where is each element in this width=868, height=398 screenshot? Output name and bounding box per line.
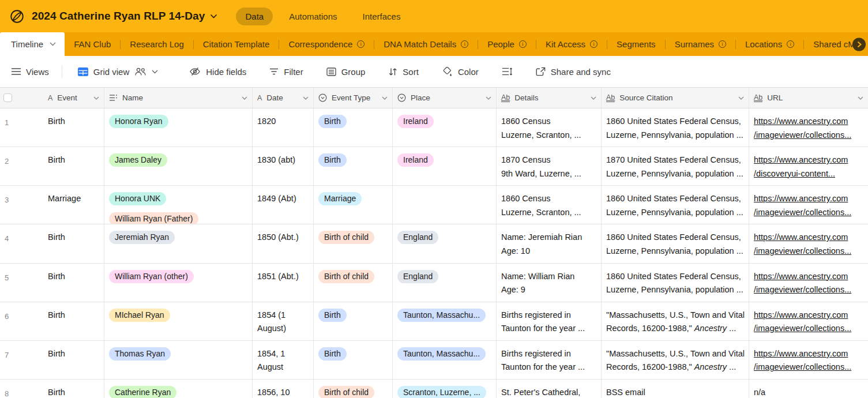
- cell-details[interactable]: 1870 Census9th Ward, Luzerne, ...: [496, 147, 601, 185]
- cell-name[interactable]: William Ryan (other): [104, 264, 252, 302]
- cell-details[interactable]: 1860 CensusLuzerne, Scranton, ...: [496, 186, 601, 224]
- url-link[interactable]: /imageviewer/collections...: [754, 129, 863, 142]
- view-tab-kit-access[interactable]: Kit Accessi: [536, 32, 607, 56]
- chevron-down-icon[interactable]: [50, 42, 56, 46]
- cell-url[interactable]: https://www.ancestry.com/imageviewer/col…: [749, 224, 868, 262]
- cell-date[interactable]: 1854 (1August): [252, 302, 313, 340]
- info-icon[interactable]: i: [357, 40, 365, 48]
- cell-event-type[interactable]: Birth: [313, 108, 392, 147]
- cell-event-type[interactable]: Birth of child: [313, 224, 392, 262]
- grid-view-button[interactable]: Grid view: [70, 63, 167, 81]
- cell-place[interactable]: England: [392, 224, 496, 262]
- url-link[interactable]: https://www.ancestry.com: [754, 115, 863, 129]
- cell-date[interactable]: 1850 (Abt.): [252, 224, 313, 262]
- app-nav-interfaces[interactable]: Interfaces: [354, 7, 410, 25]
- cell-source-citation[interactable]: 1860 United States Federal Census,Luzern…: [601, 108, 749, 147]
- cell-event-type[interactable]: Birth: [313, 341, 392, 379]
- url-link[interactable]: https://www.ancestry.com: [754, 270, 863, 284]
- column-chevron-down-icon[interactable]: [486, 96, 491, 100]
- filter-button[interactable]: Filter: [261, 63, 311, 81]
- row-number-cell[interactable]: 7: [0, 341, 46, 379]
- cell-details[interactable]: Births registered inTaunton for the year…: [496, 302, 601, 340]
- cell-name[interactable]: Thomas Ryan: [104, 341, 252, 379]
- column-header-url[interactable]: AbURL: [749, 88, 868, 108]
- app-nav-automations[interactable]: Automations: [280, 7, 346, 25]
- cell-place[interactable]: Taunton, Massachu...: [392, 341, 496, 379]
- cell-date[interactable]: 1849 (Abt): [252, 186, 313, 224]
- cell-source-citation[interactable]: 1860 United States Federal Census,Luzern…: [601, 224, 749, 262]
- cell-event-type[interactable]: Birth: [313, 147, 392, 185]
- column-header-name[interactable]: Name: [104, 88, 252, 108]
- cell-details[interactable]: St. Peter's Cathedral,: [496, 380, 601, 398]
- base-title-chevron-down-icon[interactable]: [210, 14, 217, 18]
- url-link[interactable]: https://www.ancestry.com: [754, 309, 863, 322]
- cell-source-citation[interactable]: 1860 United States Federal Census,Luzern…: [601, 186, 749, 224]
- column-chevron-down-icon[interactable]: [858, 96, 863, 100]
- column-chevron-down-icon[interactable]: [738, 96, 744, 100]
- tab-scroll-right-button[interactable]: [852, 37, 866, 51]
- cell-date[interactable]: 1854, 1August: [252, 341, 313, 379]
- info-icon[interactable]: i: [787, 40, 794, 48]
- cell-event-type[interactable]: Birth of child: [313, 380, 392, 398]
- column-header-event-type[interactable]: Event Type: [313, 88, 392, 108]
- row-number-cell[interactable]: 3: [0, 186, 46, 224]
- hide-fields-button[interactable]: Hide fields: [181, 63, 254, 81]
- cell-details[interactable]: Name: Jeremiah RianAge: 10: [496, 224, 601, 262]
- url-link[interactable]: https://www.ancestry.com: [754, 153, 863, 167]
- row-number-cell[interactable]: 1: [0, 108, 46, 147]
- cell-event[interactable]: Birth: [46, 224, 104, 262]
- info-icon[interactable]: i: [519, 40, 527, 48]
- cell-url[interactable]: https://www.ancestry.com/imageviewer/col…: [749, 264, 868, 302]
- row-number-cell[interactable]: 8: [0, 380, 46, 398]
- view-tab-surnames[interactable]: Surnamesi: [666, 32, 735, 56]
- cell-source-citation[interactable]: "Massachusetts, U.S., Town and VitalReco…: [601, 341, 749, 379]
- cell-event-type[interactable]: Birth of child: [313, 264, 392, 302]
- column-header-place[interactable]: Place: [392, 88, 496, 108]
- url-link[interactable]: /imageviewer/collections...: [754, 283, 863, 297]
- cell-event[interactable]: Birth: [46, 108, 104, 147]
- url-link[interactable]: /imageviewer/collections...: [754, 361, 863, 374]
- cell-place[interactable]: Ireland: [392, 147, 496, 185]
- cell-name[interactable]: Honora Ryan: [104, 108, 252, 147]
- cell-details[interactable]: Births registered inTaunton for the year…: [496, 341, 601, 379]
- column-header-date[interactable]: ADate: [252, 88, 313, 108]
- workspace-leaf-logo-icon[interactable]: [9, 9, 25, 24]
- sort-button[interactable]: Sort: [380, 63, 427, 81]
- view-tab-correspondence[interactable]: Correspondencei: [279, 32, 374, 56]
- view-tab-research-log[interactable]: Research Log: [121, 32, 193, 56]
- column-header-event[interactable]: AEvent: [46, 88, 104, 108]
- cell-event-type[interactable]: Marriage: [313, 186, 392, 224]
- cell-url[interactable]: https://www.ancestry.com/discoveryui-con…: [749, 147, 868, 185]
- cell-place[interactable]: Ireland: [392, 108, 496, 147]
- group-button[interactable]: Group: [318, 63, 374, 81]
- cell-event[interactable]: Birth: [46, 302, 104, 340]
- row-number-cell[interactable]: 2: [0, 147, 46, 185]
- row-number-cell[interactable]: 4: [0, 224, 46, 262]
- cell-url[interactable]: n/a: [749, 380, 868, 398]
- cell-date[interactable]: 1820: [252, 108, 313, 147]
- view-tab-timeline[interactable]: Timeline: [0, 32, 65, 56]
- view-tab-people[interactable]: Peoplei: [478, 32, 536, 56]
- cell-place[interactable]: England: [392, 264, 496, 302]
- url-link[interactable]: https://www.ancestry.com: [754, 192, 863, 206]
- base-title[interactable]: 2024 Catherine Ryan RLP 14-Day: [32, 10, 205, 22]
- cell-place[interactable]: [392, 186, 496, 224]
- info-icon[interactable]: i: [461, 40, 468, 48]
- view-tab-fan-club[interactable]: FAN Club: [65, 32, 120, 56]
- info-icon[interactable]: i: [590, 40, 598, 48]
- cell-details[interactable]: 1860 CensusLuzerne, Scranton, ...: [496, 108, 601, 147]
- cell-event[interactable]: Birth: [46, 380, 104, 398]
- cell-place[interactable]: Scranton, Luzerne, ...: [392, 380, 496, 398]
- column-chevron-down-icon[interactable]: [303, 96, 309, 100]
- cell-source-citation[interactable]: "Massachusetts, U.S., Town and VitalReco…: [601, 302, 749, 340]
- cell-url[interactable]: https://www.ancestry.com/imageviewer/col…: [749, 108, 868, 147]
- column-chevron-down-icon[interactable]: [93, 96, 99, 100]
- cell-url[interactable]: https://www.ancestry.com/imageviewer/col…: [749, 341, 868, 379]
- cell-event[interactable]: Birth: [46, 341, 104, 379]
- cell-event-type[interactable]: Birth: [313, 302, 392, 340]
- column-chevron-down-icon[interactable]: [242, 96, 247, 100]
- cell-details[interactable]: Name: William RianAge: 9: [496, 264, 601, 302]
- row-number-cell[interactable]: 6: [0, 302, 46, 340]
- cell-event[interactable]: Birth: [46, 264, 104, 302]
- url-link[interactable]: /discoveryui-content...: [754, 167, 863, 181]
